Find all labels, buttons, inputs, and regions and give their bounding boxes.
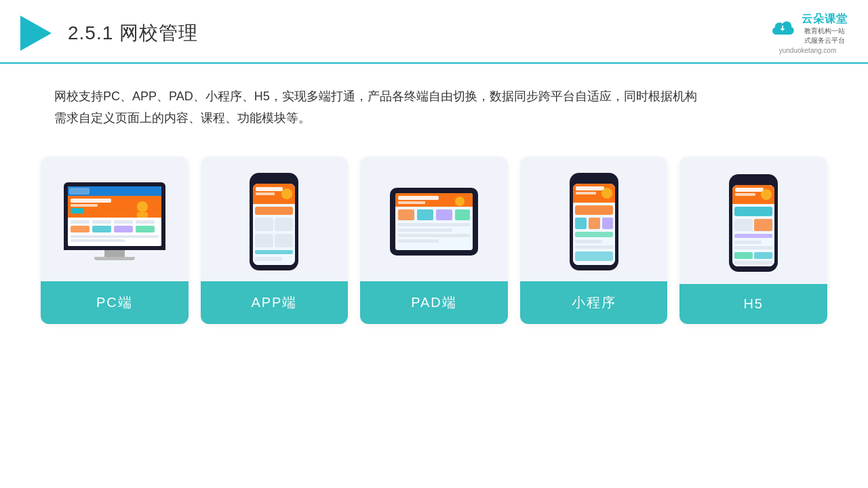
svg-rect-38 (417, 209, 433, 220)
device-label-miniprogram: 小程序 (520, 281, 668, 324)
device-card-pc: PC端 (41, 157, 189, 324)
svg-rect-18 (71, 235, 159, 238)
device-label-h5: H5 (679, 284, 827, 324)
svg-rect-56 (575, 245, 613, 249)
svg-rect-2 (69, 188, 90, 195)
svg-rect-43 (398, 234, 470, 237)
device-label-app: APP端 (201, 281, 349, 324)
phone-screen-svg-miniprogram (573, 184, 615, 265)
logo-triangle-icon (20, 16, 52, 51)
svg-rect-51 (575, 218, 587, 229)
svg-rect-6 (71, 208, 84, 214)
device-card-pad: PAD端 (360, 157, 508, 324)
svg-point-24 (281, 188, 292, 199)
cloud-logo-container: 云朵课堂 教育机构一站 式服务云平台 (768, 12, 848, 45)
phone-screen-app (253, 184, 295, 265)
svg-rect-63 (734, 207, 772, 216)
svg-rect-11 (92, 220, 111, 224)
svg-rect-28 (255, 234, 273, 247)
svg-rect-61 (735, 193, 755, 196)
phone-outer-miniprogram (570, 173, 618, 270)
svg-rect-68 (734, 246, 772, 249)
svg-rect-65 (754, 219, 772, 231)
device-image-h5 (679, 157, 827, 284)
device-label-pc: PC端 (41, 281, 189, 324)
svg-rect-13 (136, 220, 155, 224)
svg-rect-35 (398, 201, 425, 204)
svg-point-49 (601, 188, 612, 199)
svg-rect-8 (137, 212, 148, 218)
device-image-miniprogram (520, 157, 668, 281)
svg-point-62 (761, 189, 772, 200)
brand-logo: 云朵课堂 教育机构一站 式服务云平台 yunduoketang.com (768, 12, 848, 54)
phone-screen-svg-app (253, 184, 295, 265)
device-card-h5: H5 (679, 157, 827, 324)
svg-rect-54 (575, 232, 613, 237)
svg-rect-19 (71, 239, 125, 242)
svg-rect-64 (734, 219, 753, 231)
svg-rect-25 (255, 207, 293, 215)
device-card-miniprogram: 小程序 (520, 157, 668, 324)
svg-rect-60 (735, 188, 764, 192)
page-title: 2.5.1 网校管理 (68, 20, 198, 46)
phone-screen-svg-h5 (732, 185, 774, 266)
phone-mockup-app (250, 173, 298, 270)
svg-rect-14 (71, 226, 90, 232)
pc-base (94, 257, 135, 260)
svg-rect-22 (256, 187, 283, 191)
svg-rect-10 (71, 220, 90, 224)
pc-screen-svg (68, 186, 161, 246)
brand-url: yunduoketang.com (779, 47, 837, 54)
phone-outer-app (250, 173, 298, 270)
cloud-icon (768, 19, 797, 39)
svg-rect-42 (398, 228, 452, 232)
title-main: 网校管理 (119, 22, 198, 43)
svg-rect-69 (734, 252, 753, 259)
svg-rect-55 (575, 240, 602, 243)
phone-mockup-h5 (729, 174, 778, 272)
svg-rect-39 (436, 209, 452, 220)
pc-stand (104, 250, 125, 257)
svg-rect-5 (71, 204, 98, 207)
svg-rect-31 (255, 257, 282, 261)
tablet-screen (395, 193, 473, 250)
svg-rect-17 (136, 226, 155, 232)
phone-outer-h5 (729, 174, 778, 272)
svg-point-7 (137, 201, 148, 212)
device-image-pad (360, 157, 508, 281)
device-card-app: APP端 (201, 157, 349, 324)
svg-rect-44 (398, 239, 439, 243)
svg-rect-67 (734, 241, 762, 244)
svg-rect-30 (255, 250, 293, 254)
device-label-pad: PAD端 (360, 281, 508, 324)
phone-notch-h5 (747, 180, 760, 183)
title-number: 2.5.1 (68, 22, 113, 43)
pc-screen-outer (64, 182, 165, 250)
phone-notch-miniprogram (587, 178, 601, 182)
svg-rect-16 (114, 226, 133, 232)
svg-rect-57 (575, 251, 613, 261)
svg-rect-47 (576, 186, 604, 190)
device-cards-section: PC端 (0, 136, 868, 338)
svg-rect-48 (576, 192, 596, 195)
page-header: 2.5.1 网校管理 云朵课堂 教育机构一站 式服务云平台 yunduoketa… (0, 0, 868, 64)
svg-rect-23 (256, 192, 275, 195)
svg-rect-29 (275, 234, 293, 247)
svg-rect-40 (455, 209, 470, 220)
svg-rect-12 (114, 220, 133, 224)
description-section: 网校支持PC、APP、PAD、小程序、H5，实现多端打通，产品各终端自由切换，数… (0, 64, 868, 136)
brand-tagline: 教育机构一站 式服务云平台 (802, 26, 848, 45)
phone-screen-miniprogram (573, 184, 615, 265)
svg-rect-15 (92, 226, 111, 232)
device-image-app (201, 157, 349, 281)
pc-mockup (64, 182, 165, 260)
svg-rect-71 (734, 261, 772, 264)
svg-rect-50 (575, 205, 613, 215)
svg-rect-26 (255, 218, 273, 231)
svg-rect-27 (275, 218, 293, 231)
header-left: 2.5.1 网校管理 (20, 16, 198, 51)
svg-rect-4 (71, 199, 111, 203)
brand-name: 云朵课堂 (802, 12, 848, 26)
phone-mockup-miniprogram (570, 173, 618, 270)
pc-screen-inner (68, 186, 161, 246)
